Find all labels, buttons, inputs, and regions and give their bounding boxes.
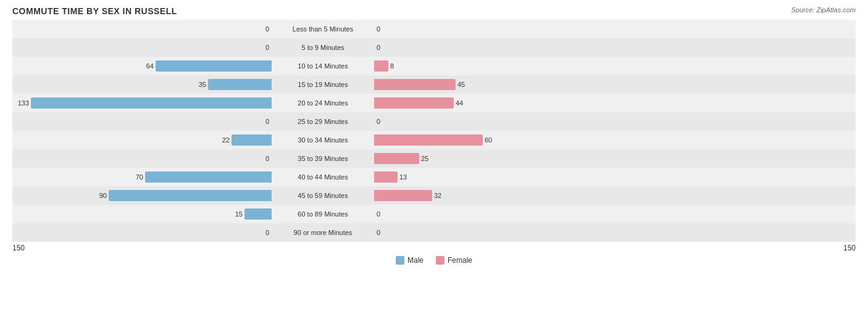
right-side: 25	[374, 149, 633, 168]
male-bar-value: 90	[99, 192, 107, 199]
male-bar-value: 22	[222, 136, 230, 144]
left-axis-label: 150	[12, 244, 25, 252]
left-side: 133	[12, 94, 272, 112]
male-bar-value: 70	[136, 173, 143, 181]
female-bar-value-zero: 0	[377, 44, 380, 51]
male-bar: 15	[244, 208, 272, 220]
female-bar-value-zero: 0	[377, 118, 380, 125]
left-side: 0	[12, 223, 272, 242]
left-side: 70	[12, 168, 272, 186]
male-bar: 90	[109, 190, 272, 201]
right-side: 45	[374, 75, 633, 94]
legend-area: Male Female	[12, 256, 856, 265]
female-bar: 45	[374, 79, 456, 90]
row-label: 35 to 39 Minutes	[272, 155, 374, 162]
chart-row: 025 to 29 Minutes0	[12, 112, 856, 131]
female-bar-value: 25	[421, 155, 428, 162]
axis-labels: 150 150	[12, 244, 856, 252]
female-bar: 44	[374, 97, 454, 109]
chart-row: 2230 to 34 Minutes60	[12, 131, 856, 149]
female-bar-value: 44	[456, 99, 463, 107]
male-bar-value-zero: 0	[265, 44, 269, 51]
left-side: 0	[12, 149, 272, 168]
male-bar-value-zero: 0	[265, 229, 269, 236]
male-bar: 35	[208, 79, 272, 90]
row-label: Less than 5 Minutes	[272, 25, 374, 33]
right-side: 32	[374, 186, 633, 205]
left-side: 90	[12, 186, 272, 205]
chart-container: COMMUTE TIME BY SEX IN RUSSELL Source: Z…	[0, 0, 868, 322]
left-side: 35	[12, 75, 272, 94]
female-bar-value: 32	[434, 192, 441, 199]
male-legend-box	[396, 256, 404, 265]
male-bar-value-zero: 0	[265, 25, 269, 33]
right-side: 0	[374, 20, 633, 38]
legend-female: Female	[436, 256, 472, 265]
male-bar-value: 64	[146, 62, 154, 70]
right-side: 0	[374, 112, 633, 131]
row-label: 25 to 29 Minutes	[272, 118, 374, 125]
female-bar: 60	[374, 134, 483, 146]
male-bar-value: 133	[18, 99, 29, 107]
male-bar-value: 35	[199, 81, 206, 88]
row-label: 60 to 89 Minutes	[272, 210, 374, 218]
male-bar-value-zero: 0	[265, 118, 269, 125]
legend-male: Male	[396, 256, 424, 265]
male-bar: 133	[31, 97, 272, 109]
chart-title: COMMUTE TIME BY SEX IN RUSSELL	[12, 6, 856, 16]
female-bar-value: 13	[399, 173, 407, 181]
left-side: 0	[12, 112, 272, 131]
chart-row: 13320 to 24 Minutes44	[12, 94, 856, 112]
row-label: 45 to 59 Minutes	[272, 192, 374, 199]
chart-row: 090 or more Minutes0	[12, 223, 856, 242]
chart-row: 1560 to 89 Minutes0	[12, 205, 856, 223]
row-label: 10 to 14 Minutes	[272, 62, 374, 70]
left-side: 15	[12, 205, 272, 223]
left-side: 22	[12, 131, 272, 149]
chart-row: 7040 to 44 Minutes13	[12, 168, 856, 186]
male-bar: 70	[145, 171, 272, 183]
left-side: 0	[12, 38, 272, 57]
right-side: 0	[374, 223, 633, 242]
chart-rows-wrapper: 0Less than 5 Minutes005 to 9 Minutes0641…	[12, 20, 856, 242]
right-side: 13	[374, 168, 633, 186]
female-legend-label: Female	[448, 256, 472, 265]
chart-row: 05 to 9 Minutes0	[12, 38, 856, 57]
female-bar-value: 8	[390, 62, 394, 70]
female-legend-box	[436, 256, 444, 265]
row-label: 40 to 44 Minutes	[272, 173, 374, 181]
row-label: 15 to 19 Minutes	[272, 81, 374, 88]
right-side: 8	[374, 57, 633, 75]
left-side: 64	[12, 57, 272, 75]
row-label: 90 or more Minutes	[272, 229, 374, 236]
row-label: 30 to 34 Minutes	[272, 136, 374, 144]
chart-row: 035 to 39 Minutes25	[12, 149, 856, 168]
right-side: 44	[374, 94, 633, 112]
row-label: 5 to 9 Minutes	[272, 44, 374, 51]
male-bar: 64	[156, 60, 272, 72]
chart-row: 6410 to 14 Minutes8	[12, 57, 856, 75]
female-bar: 32	[374, 190, 432, 201]
female-bar: 13	[374, 171, 398, 183]
female-bar-value-zero: 0	[377, 229, 380, 236]
chart-row: 0Less than 5 Minutes0	[12, 20, 856, 38]
right-side: 0	[374, 205, 633, 223]
female-bar: 25	[374, 153, 419, 164]
left-side: 0	[12, 20, 272, 38]
male-legend-label: Male	[407, 256, 424, 265]
male-bar-value-zero: 0	[265, 155, 269, 162]
chart-row: 9045 to 59 Minutes32	[12, 186, 856, 205]
row-label: 20 to 24 Minutes	[272, 99, 374, 107]
female-bar-value-zero: 0	[377, 210, 380, 218]
male-bar-value: 15	[235, 210, 243, 218]
right-side: 60	[374, 131, 633, 149]
male-bar: 22	[232, 134, 272, 146]
right-side: 0	[374, 38, 633, 57]
source-label: Source: ZipAtlas.com	[791, 6, 856, 14]
female-bar: 8	[374, 60, 388, 72]
female-bar-value: 60	[485, 136, 492, 144]
chart-row: 3515 to 19 Minutes45	[12, 75, 856, 94]
female-bar-value: 45	[457, 81, 465, 88]
right-axis-label: 150	[843, 244, 856, 252]
female-bar-value-zero: 0	[377, 25, 380, 33]
